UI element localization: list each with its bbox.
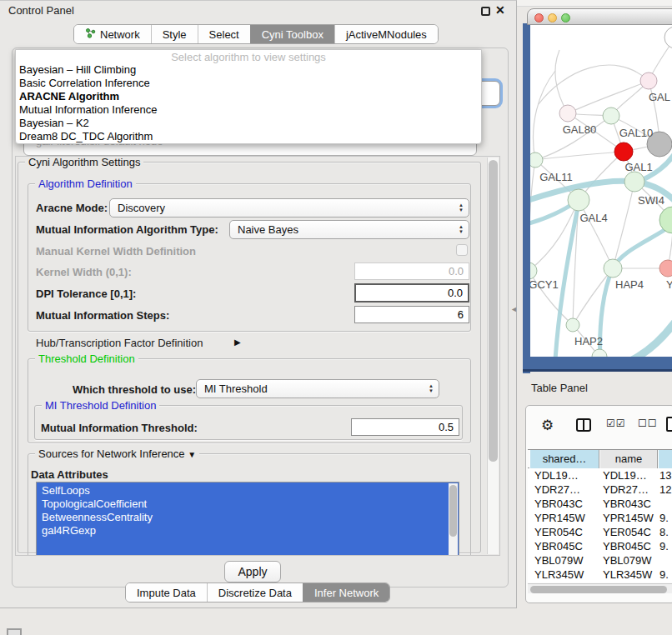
algorithm-option-aracne[interactable]: ARACNE Algorithm	[16, 90, 481, 103]
aracne-mode-combo[interactable]: Discovery ▲▼	[109, 198, 469, 218]
network-window-frame	[523, 357, 672, 372]
dpi-tolerance-label: DPI Tolerance [0,1]:	[36, 288, 136, 300]
control-panel-title: Control Panel	[8, 4, 74, 17]
which-threshold-label: Which threshold to use:	[73, 383, 196, 396]
network-node-gal80[interactable]	[559, 105, 576, 122]
document-icon[interactable]	[666, 417, 672, 432]
network-canvas[interactable]: GAL GAL80 GAL10 GAL1 GAL11 SWI4 GAL4 GCY…	[530, 25, 672, 357]
network-node-swi4[interactable]	[659, 207, 672, 233]
close-traffic-icon[interactable]	[534, 13, 544, 22]
list-item[interactable]: SelfLoops	[37, 484, 459, 498]
minimize-traffic-icon[interactable]	[548, 13, 557, 22]
column-header-shared[interactable]: shared…	[529, 450, 599, 469]
list-item[interactable]: TopologicalCoefficient	[37, 498, 459, 511]
tab-jactivemnodules[interactable]: jActiveMNodules	[334, 25, 438, 43]
tab-cyni-toolbox[interactable]: Cyni Toolbox	[250, 25, 334, 43]
table-row[interactable]: YDL19…YDL19…13	[528, 468, 672, 482]
kernel-width-label: Kernel Width (0,1):	[36, 266, 132, 278]
group-title: MI Threshold Definition	[42, 399, 159, 412]
mi-steps-input[interactable]: 6	[354, 306, 469, 323]
algorithm-option[interactable]: Dream8 DC_TDC Algorithm	[16, 130, 481, 143]
expand-right-icon[interactable]: ▶	[234, 338, 241, 347]
algorithm-dropdown-placeholder: Select algorithm to view settings	[16, 51, 481, 63]
mi-threshold-label: Mutual Information Threshold:	[41, 422, 198, 434]
node-table: shared… name YDL19…YDL19…13 YDR27…YDR27……	[528, 449, 672, 582]
control-panel-window: Control Panel ✕ Network Style Se	[0, 0, 517, 608]
bottom-left-partial-widget	[7, 628, 22, 635]
control-panel-tabbar: Network Style Select Cyni Toolbox jActiv…	[73, 24, 439, 44]
table-row[interactable]: YIL052CYIL052C9	[528, 582, 672, 582]
table-row[interactable]: YLR345WYLR345W9.	[528, 568, 672, 582]
node-label: GAL1	[624, 161, 652, 173]
column-header-name[interactable]: name	[599, 450, 658, 469]
table-row[interactable]: YDR27…YDR27…12	[528, 482, 672, 497]
table-toolbar: ⚙ ☑☑ ☐☐	[526, 414, 672, 439]
tab-select[interactable]: Select	[198, 25, 250, 43]
hub-definition-label[interactable]: Hub/Transcription Factor Definition	[36, 337, 203, 349]
node-label: SWI4	[638, 194, 664, 207]
tab-impute-data[interactable]: Impute Data	[126, 583, 207, 602]
kernel-width-input[interactable]: 0.0	[354, 262, 469, 280]
float-window-icon[interactable]	[481, 7, 490, 16]
gear-icon[interactable]: ⚙	[541, 417, 554, 434]
which-threshold-combo[interactable]: MI Threshold ▲▼	[196, 379, 439, 398]
mi-type-combo[interactable]: Naive Bayes ▲▼	[229, 220, 469, 239]
algorithm-option[interactable]: Mutual Information Inference	[16, 103, 481, 117]
splitter-collapse-icon[interactable]: ◄	[510, 305, 518, 313]
table-row[interactable]: YER054CYER054C8.	[528, 525, 672, 539]
split-pane-icon[interactable]	[576, 418, 591, 432]
aracne-mode-label: Aracne Mode:	[36, 202, 108, 214]
tab-discretize-data[interactable]: Discretize Data	[207, 583, 303, 602]
network-window-titlebar[interactable]	[527, 8, 672, 25]
network-node-gal11[interactable]	[530, 152, 543, 168]
settings-scrollbar[interactable]	[487, 158, 499, 554]
group-title: Cyni Algorithm Settings	[25, 156, 143, 168]
network-node[interactable]	[640, 72, 657, 89]
node-label: GCY1	[530, 278, 559, 291]
node-label: HAP2	[574, 335, 603, 348]
manual-kernel-checkbox[interactable]	[456, 244, 468, 256]
network-node-gal4[interactable]	[568, 189, 589, 211]
algorithm-option[interactable]: Bayesian – K2	[16, 117, 481, 130]
deselect-all-boxes-icon[interactable]: ☐☐	[638, 418, 658, 429]
collapse-down-icon[interactable]: ▼	[188, 450, 196, 459]
network-node-gal1[interactable]	[624, 172, 644, 192]
network-node-salmon[interactable]	[659, 260, 672, 277]
network-node-gal10[interactable]	[603, 108, 619, 124]
algorithm-option[interactable]: Bayesian – Hill Climbing	[16, 63, 481, 77]
network-node-hap2[interactable]	[566, 318, 579, 332]
tab-infer-network[interactable]: Infer Network	[303, 583, 389, 602]
node-label: GAL4	[579, 212, 607, 224]
table-row[interactable]: YBL079WYBL079W	[528, 553, 672, 568]
dpi-tolerance-input[interactable]: 0.0	[354, 283, 469, 302]
bottom-tabbar: Impute Data Discretize Data Infer Networ…	[125, 582, 390, 602]
data-attributes-list[interactable]: SelfLoops TopologicalCoefficient Between…	[36, 482, 459, 556]
network-icon	[85, 28, 96, 41]
tab-network[interactable]: Network	[74, 25, 151, 43]
table-row[interactable]: YBR043CYBR043C	[528, 497, 672, 511]
apply-button[interactable]: Apply	[224, 561, 281, 582]
data-attributes-label: Data Attributes	[31, 468, 108, 481]
table-row[interactable]: YBR045CYBR045C9.	[528, 539, 672, 553]
table-horizontal-scrollbar[interactable]	[528, 583, 672, 593]
network-node-hap4[interactable]	[604, 259, 622, 278]
table-body: YDL19…YDL19…13 YDR27…YDR27…12 YBR043CYBR…	[528, 468, 672, 582]
list-item[interactable]: BetweennessCentrality	[37, 511, 459, 524]
stepper-arrows-icon: ▲▼	[429, 383, 434, 393]
algorithm-option[interactable]: Basic Correlation Inference	[16, 77, 481, 90]
zoom-traffic-icon[interactable]	[561, 13, 570, 22]
network-node[interactable]	[664, 27, 672, 48]
mi-threshold-input[interactable]: 0.5	[351, 418, 459, 436]
select-all-checks-icon[interactable]: ☑☑	[606, 418, 626, 429]
network-node-selected-red[interactable]	[614, 142, 633, 161]
network-graph: GAL GAL80 GAL10 GAL1 GAL11 SWI4 GAL4 GCY…	[530, 25, 672, 357]
list-item[interactable]: gal4RGexp	[37, 524, 459, 538]
tab-style[interactable]: Style	[151, 25, 198, 43]
column-header-partial[interactable]	[658, 450, 672, 469]
close-icon[interactable]: ✕	[495, 3, 505, 17]
table-row[interactable]: YPR145WYPR145W9.	[528, 511, 672, 525]
stepper-arrows-icon: ▲▼	[459, 224, 464, 234]
list-scrollbar[interactable]	[449, 483, 458, 556]
group-title: Algorithm Definition	[35, 178, 136, 190]
node-label: GAL11	[539, 171, 573, 183]
